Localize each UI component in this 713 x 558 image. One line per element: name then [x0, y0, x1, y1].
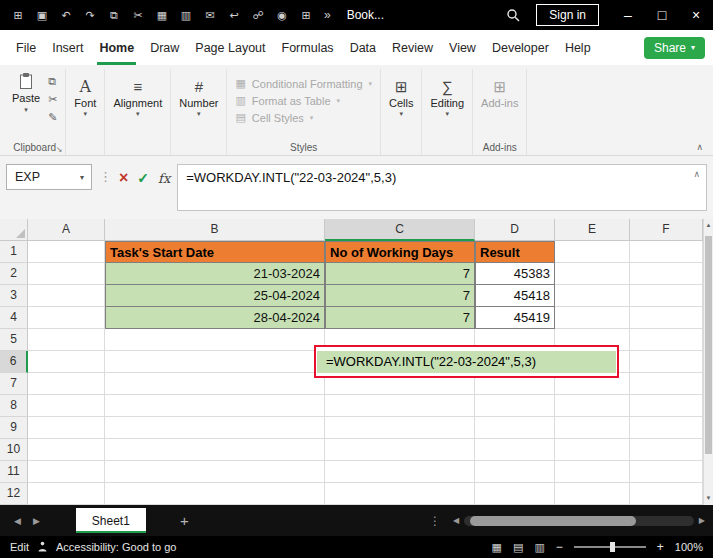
- cell-B9[interactable]: [105, 417, 325, 439]
- cell-B1[interactable]: Task's Start Date: [105, 241, 325, 263]
- cell-F6[interactable]: [630, 351, 703, 373]
- page-layout-view-icon[interactable]: ▤: [513, 541, 523, 554]
- cell-C2[interactable]: 7: [325, 263, 475, 285]
- cell-B8[interactable]: [105, 395, 325, 417]
- format-as-table-button[interactable]: ▥ Format as Table ▾: [235, 94, 372, 107]
- cell-F9[interactable]: [630, 417, 703, 439]
- cell-A12[interactable]: [28, 483, 105, 505]
- cell-C10[interactable]: [325, 439, 475, 461]
- cell-A11[interactable]: [28, 461, 105, 483]
- cell-E10[interactable]: [555, 439, 630, 461]
- cell-A7[interactable]: [28, 373, 105, 395]
- horizontal-scroll-thumb[interactable]: [470, 516, 635, 526]
- column-header-A[interactable]: A: [28, 219, 105, 241]
- column-header-E[interactable]: E: [555, 219, 630, 241]
- next-sheet-icon[interactable]: ▶: [27, 516, 46, 526]
- row-header-4[interactable]: 4: [0, 307, 28, 329]
- column-header-F[interactable]: F: [630, 219, 703, 241]
- collapse-formula-bar-icon[interactable]: ∧: [693, 169, 700, 179]
- cell-A10[interactable]: [28, 439, 105, 461]
- comment-icon[interactable]: ✉: [198, 9, 222, 22]
- cell-D4[interactable]: 45419: [475, 307, 555, 329]
- vertical-scrollbar[interactable]: ▲ ▼: [703, 219, 713, 505]
- tab-data[interactable]: Data: [342, 30, 384, 65]
- cell-D1[interactable]: Result: [475, 241, 555, 263]
- cell-B3[interactable]: 25-04-2024: [105, 285, 325, 307]
- cell-B6[interactable]: [105, 351, 325, 373]
- row-header-2[interactable]: 2: [0, 263, 28, 285]
- alignment-group-button[interactable]: ≡ Alignment ▾: [105, 69, 171, 155]
- more-commands-icon[interactable]: »: [318, 8, 337, 22]
- close-button[interactable]: ×: [679, 0, 713, 30]
- cell-A9[interactable]: [28, 417, 105, 439]
- tab-insert[interactable]: Insert: [44, 30, 91, 65]
- cell-D8[interactable]: [475, 395, 555, 417]
- page-break-view-icon[interactable]: ▥: [534, 541, 544, 554]
- cell-E9[interactable]: [555, 417, 630, 439]
- undo-icon[interactable]: ↶: [54, 9, 78, 22]
- cell-A5[interactable]: [28, 329, 105, 351]
- cell-E1[interactable]: [555, 241, 630, 263]
- collapse-ribbon-icon[interactable]: ∧: [696, 142, 703, 152]
- zoom-slider[interactable]: [574, 546, 646, 548]
- tab-developer[interactable]: Developer: [484, 30, 557, 65]
- cell-styles-button[interactable]: ▤ Cell Styles ▾: [235, 111, 372, 124]
- number-group-button[interactable]: # Number ▾: [171, 69, 227, 155]
- cell-C12[interactable]: [325, 483, 475, 505]
- cancel-icon[interactable]: ×: [119, 169, 128, 187]
- formula-bar-input[interactable]: =WORKDAY.INTL("22-03-2024",5,3) ∧: [177, 164, 707, 211]
- vertical-scroll-track[interactable]: [704, 232, 713, 492]
- search-icon[interactable]: [496, 8, 530, 22]
- cell-A1[interactable]: [28, 241, 105, 263]
- zoom-in-button[interactable]: +: [657, 540, 664, 554]
- save-icon[interactable]: ▣: [30, 9, 54, 22]
- copy-icon[interactable]: ⧉: [102, 9, 126, 22]
- tab-view[interactable]: View: [441, 30, 484, 65]
- cell-F3[interactable]: [630, 285, 703, 307]
- row-header-10[interactable]: 10: [0, 439, 28, 461]
- cell-D9[interactable]: [475, 417, 555, 439]
- add-sheet-button[interactable]: +: [180, 512, 189, 529]
- link-icon[interactable]: ☍: [246, 9, 270, 22]
- accessibility-status[interactable]: Accessibility: Good to go: [56, 541, 176, 553]
- horizontal-scrollbar[interactable]: ◀ ▶: [453, 516, 705, 526]
- row-header-8[interactable]: 8: [0, 395, 28, 417]
- cut-icon[interactable]: ✂: [126, 9, 150, 22]
- cell-F2[interactable]: [630, 263, 703, 285]
- normal-view-icon[interactable]: ▦: [492, 541, 502, 554]
- dialog-launcher-icon[interactable]: ↘: [56, 145, 63, 154]
- chart-icon[interactable]: ▥: [174, 9, 198, 22]
- column-header-D[interactable]: D: [475, 219, 555, 241]
- cell-E3[interactable]: [555, 285, 630, 307]
- table-icon[interactable]: ⊞: [294, 9, 318, 22]
- cell-D10[interactable]: [475, 439, 555, 461]
- zoom-slider-thumb[interactable]: [610, 542, 615, 552]
- column-header-C[interactable]: C: [325, 219, 475, 241]
- cell-B11[interactable]: [105, 461, 325, 483]
- row-header-3[interactable]: 3: [0, 285, 28, 307]
- cell-A8[interactable]: [28, 395, 105, 417]
- select-all-corner[interactable]: [0, 219, 28, 241]
- cell-B5[interactable]: [105, 329, 325, 351]
- column-header-B[interactable]: B: [105, 219, 325, 241]
- tab-page-layout[interactable]: Page Layout: [187, 30, 273, 65]
- paste-button[interactable]: Paste ▾: [12, 72, 40, 124]
- tab-formulas[interactable]: Formulas: [274, 30, 342, 65]
- tab-file[interactable]: File: [8, 30, 44, 65]
- sign-in-button[interactable]: Sign in: [536, 4, 599, 26]
- cell-E12[interactable]: [555, 483, 630, 505]
- name-box[interactable]: EXP ▾: [6, 164, 92, 190]
- cell-B2[interactable]: 21-03-2024: [105, 263, 325, 285]
- zoom-level[interactable]: 100%: [675, 541, 703, 553]
- addins-label[interactable]: Add-ins: [481, 97, 518, 109]
- previous-sheet-icon[interactable]: ◀: [8, 516, 27, 526]
- zoom-out-button[interactable]: −: [556, 540, 563, 554]
- chevron-down-icon[interactable]: ▾: [73, 173, 91, 182]
- row-header-9[interactable]: 9: [0, 417, 28, 439]
- cell-F8[interactable]: [630, 395, 703, 417]
- cell-B10[interactable]: [105, 439, 325, 461]
- cell-C3[interactable]: 7: [325, 285, 475, 307]
- cut-icon[interactable]: ✂: [48, 93, 57, 106]
- format-painter-icon[interactable]: ✎: [48, 111, 57, 124]
- cell-A3[interactable]: [28, 285, 105, 307]
